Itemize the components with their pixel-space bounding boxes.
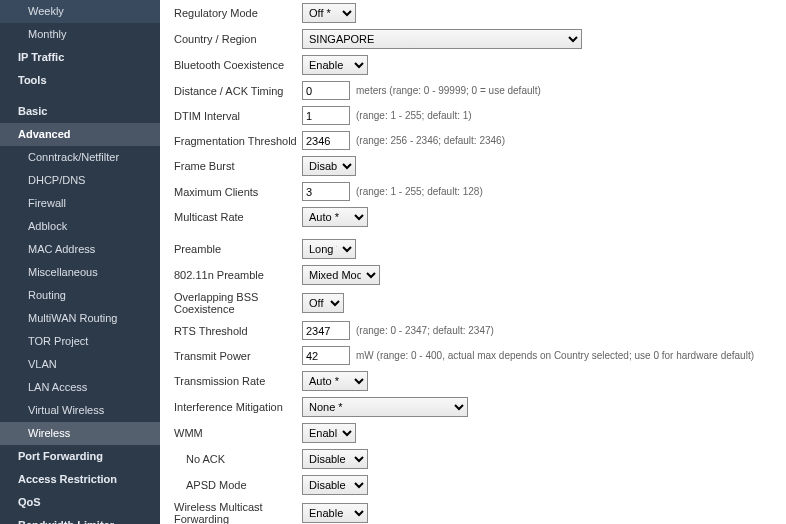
frame-burst-select[interactable]: Disable * <box>302 156 356 176</box>
nav-tor-project[interactable]: TOR Project <box>0 330 160 353</box>
nav-advanced[interactable]: Advanced <box>0 123 160 146</box>
nav-tools[interactable]: Tools <box>0 69 160 92</box>
nav-bandwidth-limiter[interactable]: Bandwidth Limiter <box>0 514 160 524</box>
nav-routing[interactable]: Routing <box>0 284 160 307</box>
wmf-select[interactable]: Enable <box>302 503 368 523</box>
nav-qos[interactable]: QoS <box>0 491 160 514</box>
rts-hint: (range: 0 - 2347; default: 2347) <box>356 325 494 336</box>
distance-hint: meters (range: 0 - 99999; 0 = use defaul… <box>356 85 541 96</box>
main-content: Regulatory Mode Off * Country / Region S… <box>160 0 786 524</box>
nav-multiwan-routing[interactable]: MultiWAN Routing <box>0 307 160 330</box>
regulatory-mode-label: Regulatory Mode <box>174 7 302 19</box>
nav-dhcp-dns[interactable]: DHCP/DNS <box>0 169 160 192</box>
regulatory-mode-select[interactable]: Off * <box>302 3 356 23</box>
nav-wireless[interactable]: Wireless <box>0 422 160 445</box>
obss-select[interactable]: Off * <box>302 293 344 313</box>
bt-coexistence-select[interactable]: Enable <box>302 55 368 75</box>
wmm-label: WMM <box>174 427 302 439</box>
rts-label: RTS Threshold <box>174 325 302 337</box>
dtim-hint: (range: 1 - 255; default: 1) <box>356 110 472 121</box>
wmf-label: Wireless Multicast Forwarding <box>174 501 302 524</box>
nav-virtual-wireless[interactable]: Virtual Wireless <box>0 399 160 422</box>
tx-power-label: Transmit Power <box>174 350 302 362</box>
nav-mac-address[interactable]: MAC Address <box>0 238 160 261</box>
nav-lan-access[interactable]: LAN Access <box>0 376 160 399</box>
nav-weekly[interactable]: Weekly <box>0 0 160 23</box>
preamble-label: Preamble <box>174 243 302 255</box>
n-preamble-select[interactable]: Mixed Mode * <box>302 265 380 285</box>
nav-port-forwarding[interactable]: Port Forwarding <box>0 445 160 468</box>
rts-input[interactable] <box>302 321 350 340</box>
wmm-select[interactable]: Enable <box>302 423 356 443</box>
nav-conntrack-netfilter[interactable]: Conntrack/Netfilter <box>0 146 160 169</box>
country-select[interactable]: SINGAPORE <box>302 29 582 49</box>
dtim-label: DTIM Interval <box>174 110 302 122</box>
max-clients-label: Maximum Clients <box>174 186 302 198</box>
distance-input[interactable] <box>302 81 350 100</box>
sidebar: WeeklyMonthlyIP TrafficToolsBasicAdvance… <box>0 0 160 524</box>
mcast-rate-label: Multicast Rate <box>174 211 302 223</box>
nav-adblock[interactable]: Adblock <box>0 215 160 238</box>
interference-select[interactable]: None * <box>302 397 468 417</box>
max-clients-hint: (range: 1 - 255; default: 128) <box>356 186 483 197</box>
nav-vlan[interactable]: VLAN <box>0 353 160 376</box>
apsd-label: APSD Mode <box>174 479 302 491</box>
nav-basic[interactable]: Basic <box>0 100 160 123</box>
n-preamble-label: 802.11n Preamble <box>174 269 302 281</box>
frag-input[interactable] <box>302 131 350 150</box>
nav-monthly[interactable]: Monthly <box>0 23 160 46</box>
interference-label: Interference Mitigation <box>174 401 302 413</box>
country-label: Country / Region <box>174 33 302 45</box>
tx-rate-label: Transmission Rate <box>174 375 302 387</box>
tx-rate-select[interactable]: Auto * <box>302 371 368 391</box>
max-clients-input[interactable] <box>302 182 350 201</box>
distance-label: Distance / ACK Timing <box>174 85 302 97</box>
frame-burst-label: Frame Burst <box>174 160 302 172</box>
frag-hint: (range: 256 - 2346; default: 2346) <box>356 135 505 146</box>
preamble-select[interactable]: Long * <box>302 239 356 259</box>
frag-label: Fragmentation Threshold <box>174 135 302 147</box>
nav-access-restriction[interactable]: Access Restriction <box>0 468 160 491</box>
mcast-rate-select[interactable]: Auto * <box>302 207 368 227</box>
dtim-input[interactable] <box>302 106 350 125</box>
nav-firewall[interactable]: Firewall <box>0 192 160 215</box>
no-ack-label: No ACK <box>174 453 302 465</box>
bt-coexistence-label: Bluetooth Coexistence <box>174 59 302 71</box>
nav-ip-traffic[interactable]: IP Traffic <box>0 46 160 69</box>
tx-power-input[interactable] <box>302 346 350 365</box>
no-ack-select[interactable]: Disable * <box>302 449 368 469</box>
nav-miscellaneous[interactable]: Miscellaneous <box>0 261 160 284</box>
tx-power-hint: mW (range: 0 - 400, actual max depends o… <box>356 350 754 361</box>
obss-label: Overlapping BSS Coexistence <box>174 291 302 315</box>
apsd-select[interactable]: Disable * <box>302 475 368 495</box>
